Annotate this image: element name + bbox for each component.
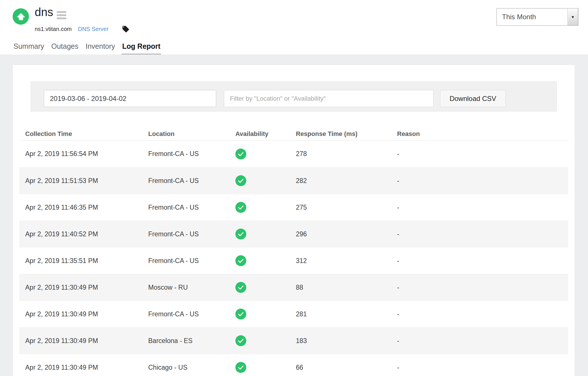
filter-search-input[interactable] (224, 90, 433, 107)
availability-up-icon (235, 175, 246, 186)
monitor-hostname: ns1.vtitan.com (35, 26, 72, 32)
cell-location: Fremont-CA - US (142, 204, 229, 211)
availability-up-icon (235, 335, 246, 346)
table-row: Apr 2, 2019 11:51:53 PM Fremont-CA - US … (19, 167, 568, 194)
cell-availability (229, 229, 290, 239)
cell-reason: - (391, 204, 568, 211)
cell-availability (229, 149, 290, 159)
table-row: Apr 2, 2019 11:46:35 PM Fremont-CA - US … (19, 194, 568, 221)
cell-availability (229, 175, 290, 186)
cell-availability (229, 202, 290, 213)
table-row: Apr 2, 2019 11:56:54 PM Fremont-CA - US … (19, 141, 568, 167)
table-row: Apr 2, 2019 11:30:49 PM Barcelona - ES 1… (19, 327, 568, 354)
availability-up-icon (235, 202, 246, 213)
cell-response-time: 312 (290, 257, 391, 265)
period-dropdown[interactable]: This Month ▼ (496, 8, 579, 26)
period-dropdown-value: This Month (497, 13, 567, 21)
cell-response-time: 275 (290, 204, 391, 211)
cell-location: Barcelona - ES (142, 337, 229, 345)
cell-reason: - (391, 284, 568, 291)
table-row: Apr 2, 2019 11:30:49 PM Moscow - RU 88 - (19, 274, 568, 301)
cell-availability (229, 282, 290, 293)
page-background: Download CSV Collection Time Location Av… (0, 54, 588, 376)
cell-reason: - (391, 177, 568, 185)
monitor-title: dns (35, 6, 53, 18)
cell-response-time: 88 (290, 284, 391, 291)
cell-collection-time: Apr 2, 2019 11:30:49 PM (19, 337, 142, 345)
cell-location: Fremont-CA - US (142, 150, 229, 158)
tab-log-report[interactable]: Log Report (122, 42, 161, 55)
cell-response-time: 183 (290, 337, 391, 345)
tab-summary[interactable]: Summary (13, 42, 45, 55)
cell-reason: - (391, 337, 568, 345)
cell-availability (229, 255, 290, 266)
tab-bar: Summary Outages Inventory Log Report (13, 42, 161, 55)
monitor-type-link[interactable]: DNS Server (78, 26, 109, 32)
cell-collection-time: Apr 2, 2019 11:46:35 PM (19, 204, 142, 211)
cell-response-time: 66 (290, 364, 391, 371)
cell-location: Moscow - RU (142, 284, 229, 291)
cell-reason: - (391, 364, 568, 371)
availability-up-icon (235, 255, 246, 266)
table-row: Apr 2, 2019 11:30:49 PM Chicago - US 66 … (19, 354, 568, 376)
table-header-row: Collection Time Location Availability Re… (19, 128, 568, 141)
cell-availability (229, 362, 290, 373)
chevron-down-icon: ▼ (567, 9, 578, 25)
cell-response-time: 296 (290, 230, 391, 238)
date-range-input[interactable] (44, 90, 216, 107)
cell-location: Fremont-CA - US (142, 177, 229, 185)
cell-collection-time: Apr 2, 2019 11:56:54 PM (19, 150, 142, 158)
table-row: Apr 2, 2019 11:30:49 PM Fremont-CA - US … (19, 301, 568, 327)
table-row: Apr 2, 2019 11:35:51 PM Fremont-CA - US … (19, 247, 568, 274)
column-header-response-time: Response Time (ms) (290, 130, 391, 138)
table-row: Apr 2, 2019 11:40:52 PM Fremont-CA - US … (19, 221, 568, 247)
tab-outages[interactable]: Outages (51, 42, 79, 55)
up-arrow-glyph (16, 12, 26, 22)
cell-collection-time: Apr 2, 2019 11:30:49 PM (19, 364, 142, 371)
cell-reason: - (391, 310, 568, 318)
menu-icon[interactable] (57, 11, 66, 21)
column-header-collection-time: Collection Time (19, 130, 142, 138)
cell-response-time: 281 (290, 310, 391, 318)
column-header-availability: Availability (229, 130, 290, 138)
cell-collection-time: Apr 2, 2019 11:40:52 PM (19, 230, 142, 238)
filter-bar: Download CSV (31, 81, 557, 112)
cell-collection-time: Apr 2, 2019 11:30:49 PM (19, 284, 142, 291)
monitor-header: dns ns1.vtitan.com DNS Server This Month… (0, 0, 588, 54)
cell-collection-time: Apr 2, 2019 11:35:51 PM (19, 257, 142, 265)
monitor-subtitle: ns1.vtitan.com DNS Server (35, 25, 130, 33)
download-csv-button[interactable]: Download CSV (440, 90, 506, 107)
log-report-panel: Download CSV Collection Time Location Av… (13, 65, 575, 376)
cell-location: Chicago - US (142, 364, 229, 371)
availability-up-icon (235, 309, 246, 319)
cell-location: Fremont-CA - US (142, 230, 229, 238)
cell-reason: - (391, 257, 568, 265)
availability-up-icon (235, 149, 246, 159)
cell-reason: - (391, 230, 568, 238)
cell-collection-time: Apr 2, 2019 11:51:53 PM (19, 177, 142, 185)
column-header-location: Location (142, 130, 229, 138)
tab-inventory[interactable]: Inventory (85, 42, 116, 55)
cell-location: Fremont-CA - US (142, 257, 229, 265)
availability-up-icon (235, 229, 246, 239)
cell-response-time: 278 (290, 150, 391, 158)
column-header-reason: Reason (391, 130, 568, 138)
tag-icon[interactable] (122, 25, 130, 33)
cell-location: Fremont-CA - US (142, 310, 229, 318)
cell-collection-time: Apr 2, 2019 11:30:49 PM (19, 310, 142, 318)
availability-up-icon (235, 282, 246, 293)
cell-response-time: 282 (290, 177, 391, 185)
table-body: Apr 2, 2019 11:56:54 PM Fremont-CA - US … (19, 141, 568, 376)
availability-up-icon (235, 362, 246, 373)
cell-availability (229, 309, 290, 319)
log-table: Collection Time Location Availability Re… (19, 128, 568, 376)
cell-reason: - (391, 150, 568, 158)
status-up-icon (13, 8, 29, 25)
cell-availability (229, 335, 290, 346)
